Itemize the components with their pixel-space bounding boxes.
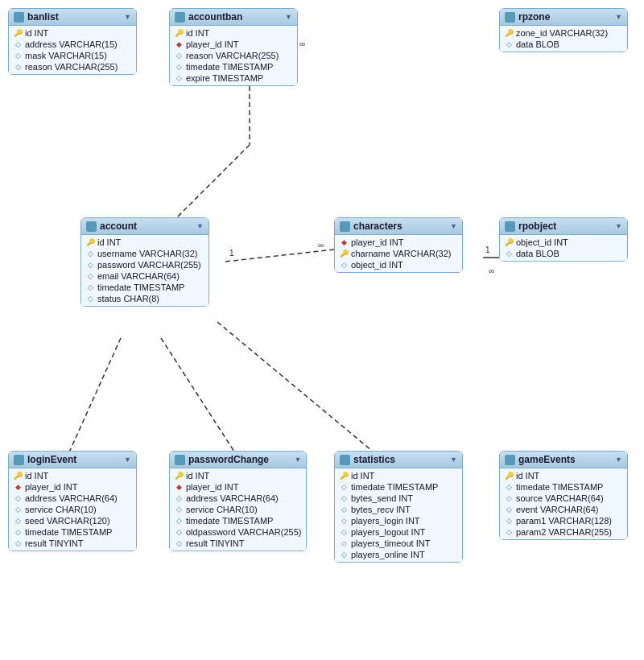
field-icon-pk: 🔑 bbox=[175, 472, 183, 480]
field-name: id INT bbox=[186, 471, 209, 481]
dropdown-arrow-account[interactable]: ▼ bbox=[196, 222, 204, 230]
table-row: ◇service CHAR(10) bbox=[170, 504, 306, 515]
table-row: ◆player_id INT bbox=[9, 481, 136, 493]
field-icon-field: ◇ bbox=[505, 494, 513, 502]
field-icon-field: ◇ bbox=[175, 52, 183, 60]
table-icon-accountban bbox=[175, 12, 185, 23]
field-icon-field: ◇ bbox=[175, 494, 183, 502]
field-name: address VARCHAR(15) bbox=[25, 39, 118, 49]
field-icon-field: ◇ bbox=[14, 528, 22, 536]
table-header-characters[interactable]: characters▼ bbox=[335, 218, 462, 235]
field-icon-field: ◇ bbox=[175, 74, 183, 82]
table-body-accountban: 🔑id INT◆player_id INT◇reason VARCHAR(255… bbox=[170, 26, 297, 85]
table-row: 🔑id INT bbox=[81, 237, 208, 248]
dropdown-arrow-loginEvent[interactable]: ▼ bbox=[124, 456, 131, 464]
field-icon-fk: ◆ bbox=[175, 40, 183, 48]
table-row: ◇result TINYINT bbox=[9, 538, 136, 549]
field-name: source VARCHAR(64) bbox=[516, 493, 604, 503]
table-body-gameEvents: 🔑id INT◇timedate TIMESTAMP◇source VARCHA… bbox=[500, 468, 627, 539]
table-statistics: statistics▼🔑id INT◇timedate TIMESTAMP◇by… bbox=[334, 451, 463, 563]
table-icon-banlist bbox=[14, 12, 24, 23]
field-name: object_id INT bbox=[516, 237, 568, 247]
field-name: id INT bbox=[25, 28, 48, 38]
table-loginEvent: loginEvent▼🔑id INT◆player_id INT◇address… bbox=[8, 451, 137, 551]
table-row: 🔑id INT bbox=[9, 27, 136, 39]
table-header-rpzone[interactable]: rpzone▼ bbox=[500, 9, 627, 26]
field-icon-field: ◇ bbox=[14, 494, 22, 502]
field-icon-field: ◇ bbox=[340, 551, 348, 559]
connector-svg: ∞ 1 ∞ 1 ∞ ∞ ∞ bbox=[0, 0, 644, 660]
table-row: ◇password VARCHAR(255) bbox=[81, 259, 208, 270]
field-icon-pk: 🔑 bbox=[505, 472, 513, 480]
dropdown-arrow-rpzone[interactable]: ▼ bbox=[615, 13, 622, 21]
field-name: players_timeout INT bbox=[351, 538, 430, 548]
table-icon-gameEvents bbox=[505, 455, 515, 465]
table-row: 🔑zone_id VARCHAR(32) bbox=[500, 27, 627, 39]
field-icon-pk: 🔑 bbox=[340, 472, 348, 480]
table-row: ◇timedate TIMESTAMP bbox=[170, 515, 306, 526]
dropdown-arrow-passwordChange[interactable]: ▼ bbox=[295, 456, 302, 464]
table-row: ◇seed VARCHAR(120) bbox=[9, 515, 136, 526]
field-icon-fk: ◆ bbox=[340, 238, 348, 246]
table-body-rpobject: 🔑object_id INT◇data BLOB bbox=[500, 235, 627, 261]
field-name: bytes_send INT bbox=[351, 493, 413, 503]
dropdown-arrow-accountban[interactable]: ▼ bbox=[285, 13, 292, 21]
table-header-banlist[interactable]: banlist▼ bbox=[9, 9, 136, 26]
field-icon-field: ◇ bbox=[340, 261, 348, 269]
field-icon-field: ◇ bbox=[14, 40, 22, 48]
dropdown-arrow-banlist[interactable]: ▼ bbox=[124, 13, 131, 21]
field-icon-field: ◇ bbox=[14, 63, 22, 71]
svg-text:1: 1 bbox=[485, 245, 490, 254]
svg-text:1: 1 bbox=[229, 249, 234, 258]
field-name: charname VARCHAR(32) bbox=[351, 249, 452, 258]
dropdown-arrow-rpobject[interactable]: ▼ bbox=[615, 222, 622, 230]
table-header-account[interactable]: account▼ bbox=[81, 218, 208, 235]
svg-text:∞: ∞ bbox=[489, 266, 494, 275]
table-header-passwordChange[interactable]: passwordChange▼ bbox=[170, 452, 306, 468]
table-row: ◇players_login INT bbox=[335, 515, 462, 526]
table-header-gameEvents[interactable]: gameEvents▼ bbox=[500, 452, 627, 468]
svg-line-13 bbox=[217, 322, 386, 463]
table-row: 🔑id INT bbox=[9, 470, 136, 481]
table-title-rpobject: rpobject bbox=[518, 221, 556, 232]
table-header-statistics[interactable]: statistics▼ bbox=[335, 452, 462, 468]
dropdown-arrow-gameEvents[interactable]: ▼ bbox=[615, 456, 622, 464]
table-header-loginEvent[interactable]: loginEvent▼ bbox=[9, 452, 136, 468]
table-row: ◆player_id INT bbox=[170, 481, 306, 493]
table-account: account▼🔑id INT◇username VARCHAR(32)◇pas… bbox=[80, 217, 209, 307]
dropdown-arrow-statistics[interactable]: ▼ bbox=[450, 456, 457, 464]
field-icon-pk: 🔑 bbox=[175, 29, 183, 37]
table-icon-account bbox=[86, 221, 97, 232]
field-name: username VARCHAR(32) bbox=[97, 249, 198, 258]
table-row: 🔑charname VARCHAR(32) bbox=[335, 248, 462, 259]
table-title-accountban: accountban bbox=[188, 11, 242, 23]
table-row: 🔑object_id INT bbox=[500, 237, 627, 248]
svg-line-11 bbox=[161, 338, 242, 463]
field-name: data BLOB bbox=[516, 39, 559, 49]
table-icon-statistics bbox=[340, 455, 350, 465]
table-title-loginEvent: loginEvent bbox=[27, 454, 76, 465]
dropdown-arrow-characters[interactable]: ▼ bbox=[450, 222, 457, 230]
field-icon-field: ◇ bbox=[14, 517, 22, 525]
field-icon-field: ◇ bbox=[86, 250, 94, 258]
table-row: ◇object_id INT bbox=[335, 259, 462, 270]
table-header-rpobject[interactable]: rpobject▼ bbox=[500, 218, 627, 235]
field-name: result TINYINT bbox=[186, 538, 245, 548]
field-name: expire TIMESTAMP bbox=[186, 73, 263, 83]
field-icon-pk: 🔑 bbox=[14, 29, 22, 37]
field-name: service CHAR(10) bbox=[25, 505, 97, 514]
table-body-rpzone: 🔑zone_id VARCHAR(32)◇data BLOB bbox=[500, 26, 627, 52]
field-name: reason VARCHAR(255) bbox=[25, 62, 118, 72]
table-row: ◇players_timeout INT bbox=[335, 538, 462, 549]
field-name: event VARCHAR(64) bbox=[516, 505, 599, 514]
field-name: player_id INT bbox=[351, 237, 403, 247]
table-gameEvents: gameEvents▼🔑id INT◇timedate TIMESTAMP◇so… bbox=[499, 451, 628, 540]
field-name: id INT bbox=[97, 237, 121, 247]
field-icon-fk: ◆ bbox=[175, 483, 183, 491]
table-row: ◇status CHAR(8) bbox=[81, 293, 208, 304]
table-header-accountban[interactable]: accountban▼ bbox=[170, 9, 297, 26]
field-name: player_id INT bbox=[25, 482, 77, 492]
field-name: id INT bbox=[351, 471, 374, 481]
table-row: ◇event VARCHAR(64) bbox=[500, 504, 627, 515]
field-icon-pk: 🔑 bbox=[340, 250, 348, 258]
